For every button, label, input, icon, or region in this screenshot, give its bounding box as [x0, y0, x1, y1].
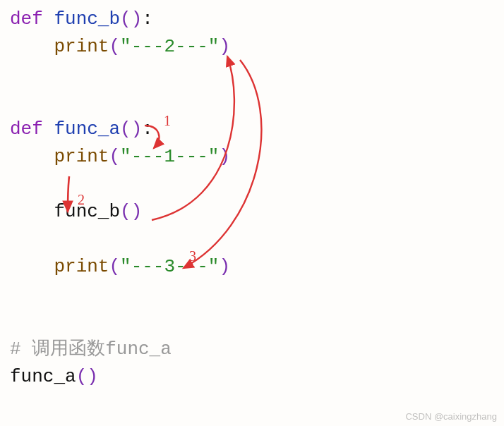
blank-line	[10, 281, 504, 308]
blank-line	[10, 308, 504, 336]
line-print-2: print("---2---")	[10, 33, 504, 61]
call-func-b: func_b	[54, 201, 120, 222]
string-literal-1: "---1---"	[120, 146, 219, 167]
close-paren: )	[131, 8, 143, 30]
keyword-def: def	[10, 118, 43, 140]
print-builtin: print	[54, 146, 109, 167]
string-literal-2: "---2---"	[120, 36, 219, 57]
code-block: def func_b(): print("---2---") def func_…	[0, 0, 504, 391]
comment-line: # 调用函数func_a	[10, 336, 504, 363]
blank-line	[10, 61, 504, 88]
keyword-def: def	[10, 8, 43, 30]
close-paren: )	[87, 366, 98, 387]
close-paren: )	[219, 256, 230, 277]
comment-text: # 调用函数func_a	[10, 339, 172, 360]
colon: :	[142, 8, 153, 30]
open-paren: (	[109, 146, 120, 167]
close-paren: )	[219, 146, 230, 167]
line-call-func-a: func_a()	[10, 363, 504, 391]
colon: :	[142, 118, 153, 140]
open-paren: (	[109, 256, 120, 277]
blank-line	[10, 226, 504, 253]
open-paren: (	[120, 118, 131, 140]
line-def-func-b: def func_b():	[10, 6, 504, 33]
line-print-3: print("---3---")	[10, 253, 504, 281]
close-paren: )	[219, 36, 230, 57]
close-paren: )	[131, 201, 143, 222]
string-literal-3: "---3---"	[120, 256, 219, 277]
line-def-func-a: def func_a():	[10, 116, 504, 143]
open-paren: (	[120, 201, 131, 222]
open-paren: (	[76, 366, 88, 387]
close-paren: )	[131, 118, 143, 140]
func-a-name: func_a	[54, 118, 120, 140]
line-call-func-b: func_b()	[10, 198, 504, 226]
call-func-a: func_a	[10, 366, 76, 387]
print-builtin: print	[54, 36, 109, 57]
open-paren: (	[120, 8, 131, 30]
blank-line	[10, 171, 504, 198]
print-builtin: print	[54, 256, 109, 277]
watermark: CSDN @caixingzhang	[405, 411, 497, 422]
func-b-name: func_b	[54, 8, 120, 30]
line-print-1: print("---1---")	[10, 143, 504, 171]
open-paren: (	[109, 36, 120, 57]
blank-line	[10, 88, 504, 116]
